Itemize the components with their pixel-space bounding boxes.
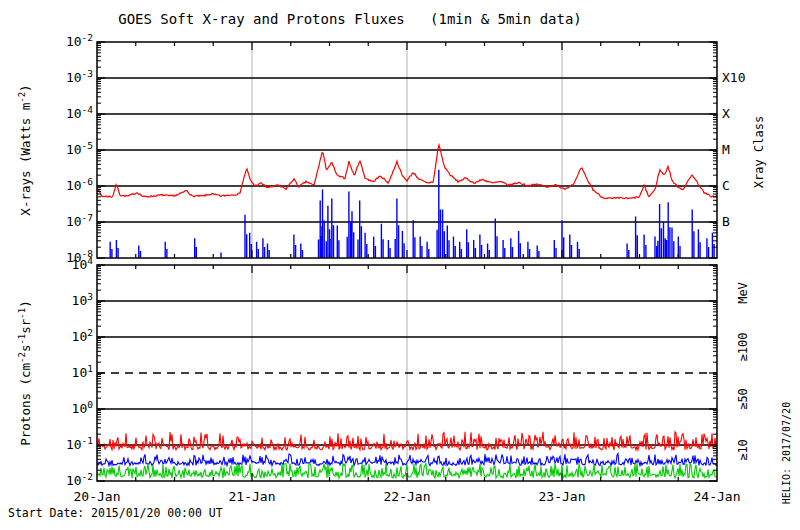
goes-flux-screenshot: 10-210-310-410-510-610-710-8104103102101…	[0, 0, 800, 530]
proton-ge50-label: ≥50	[736, 388, 750, 410]
goes-flux-chart: 10-210-310-410-510-610-710-8104103102101…	[0, 0, 800, 530]
proton-ge100-label: ≥100	[736, 333, 750, 362]
start-date-label: Start Date: 2015/01/20 00:00 UT	[8, 506, 223, 520]
x-tick-label-22jan: 22-Jan	[384, 489, 431, 504]
xray-class-label-b: B	[722, 214, 730, 229]
svg-text:10-1: 10-1	[66, 435, 93, 452]
x-tick-label-24jan: 24-Jan	[694, 489, 741, 504]
chart-title: GOES Soft X-ray and Protons Fluxes (1min…	[118, 11, 582, 27]
svg-text:100: 100	[72, 399, 94, 416]
svg-text:104: 104	[72, 255, 94, 272]
xray-class-label-m: M	[722, 142, 730, 157]
svg-text:10-4: 10-4	[66, 104, 93, 121]
proton-ge10-label: ≥10	[736, 439, 750, 461]
svg-text:10-3: 10-3	[66, 68, 93, 85]
svg-text:X-rays (Watts m-2): X-rays (Watts m-2)	[17, 84, 33, 215]
svg-text:102: 102	[72, 327, 93, 344]
x-tick-label-23jan: 23-Jan	[539, 489, 586, 504]
svg-text:101: 101	[72, 363, 94, 380]
xray-class-label-c: C	[722, 178, 730, 193]
mev-axis-title: MeV	[736, 282, 750, 304]
svg-text:Protons (cm-2s-1sr-1): Protons (cm-2s-1sr-1)	[17, 300, 33, 445]
xray-class-label-x10: X10	[722, 70, 745, 85]
svg-text:10-6: 10-6	[66, 176, 93, 193]
x-tick-label-20jan: 20-Jan	[74, 489, 121, 504]
xray-class-axis-title: Xray Class	[752, 116, 766, 188]
svg-text:10-2: 10-2	[66, 32, 93, 49]
xray-class-label-x: X	[722, 106, 730, 121]
svg-text:10-5: 10-5	[66, 140, 93, 157]
plot-render-root: 10-210-310-410-510-610-710-8104103102101…	[17, 32, 717, 488]
svg-text:103: 103	[72, 291, 93, 308]
x-tick-label-21jan: 21-Jan	[229, 489, 276, 504]
svg-text:10-7: 10-7	[66, 212, 93, 229]
svg-text:10-2: 10-2	[66, 471, 93, 488]
helio-watermark: HELIO: 2017/07/20	[781, 402, 792, 504]
